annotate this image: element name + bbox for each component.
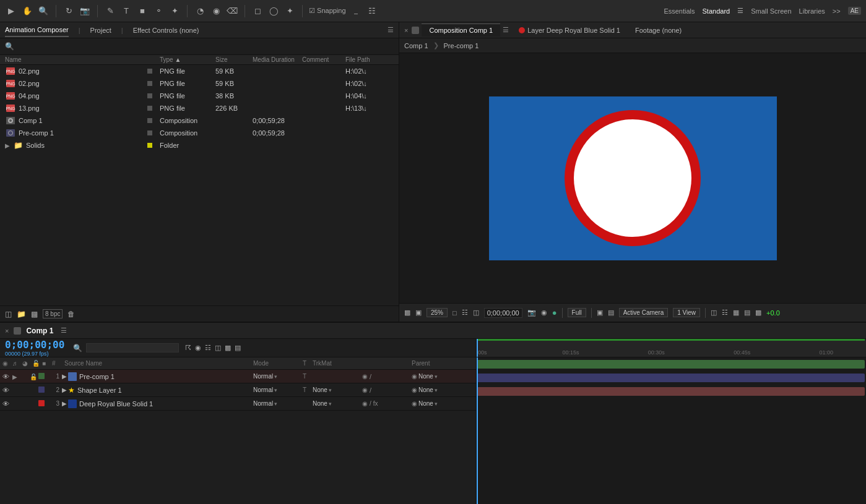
viewer-timecode[interactable]: 0;00;00;00 xyxy=(484,308,522,318)
list-item[interactable]: PNG 04.png PNG file 38 KB H:\04\↓ xyxy=(0,90,399,102)
mask-tool-icon[interactable]: ⚬ xyxy=(152,5,165,17)
trkmat-select-2[interactable]: None xyxy=(313,387,327,393)
parent-link-icon[interactable]: ◉ xyxy=(412,373,417,380)
list-item[interactable]: PNG 02.png PNG file 59 KB H:\02\↓ xyxy=(0,65,399,77)
timeline-options-icon3[interactable]: ☷ xyxy=(205,344,211,352)
camera-snap-icon[interactable]: 📷 xyxy=(527,309,536,317)
layer-visibility-icon[interactable]: 👁 xyxy=(2,373,9,380)
col-header-comment[interactable]: Comment xyxy=(302,56,345,63)
col-header-duration[interactable]: Media Duration xyxy=(253,56,302,63)
parent-select-2[interactable]: None xyxy=(418,387,433,393)
layout-icon4[interactable]: ▤ xyxy=(744,309,750,317)
list-item[interactable]: PNG 13.png PNG file 226 KB H:\13\↓ xyxy=(0,102,399,114)
layer-color-label[interactable] xyxy=(38,373,45,379)
hand-tool-icon[interactable]: ✋ xyxy=(21,5,33,17)
switch-fx[interactable]: / xyxy=(370,400,371,407)
layer-mode-select-2[interactable]: Normal xyxy=(253,387,273,393)
timeline-options-icon1[interactable]: ☈ xyxy=(185,344,191,352)
camera-tool-icon[interactable]: 📷 xyxy=(79,5,91,17)
select-tool-icon[interactable]: ▶ xyxy=(5,5,17,17)
list-item[interactable]: Comp 1 Composition 0;00;59;28 xyxy=(0,114,399,127)
switch-icon-1[interactable]: ◉ xyxy=(362,373,368,380)
parent-select-1[interactable]: None xyxy=(418,373,433,380)
ellipse-tool-icon[interactable]: ◯ xyxy=(267,5,280,17)
layer-expand-icon[interactable]: ▶ xyxy=(62,373,67,380)
puppet-tool-icon[interactable]: ✦ xyxy=(168,5,181,17)
tab-layer-solid[interactable]: Layer Deep Royal Blue Solid 1 xyxy=(511,24,628,36)
rect-tool-icon[interactable]: ◻ xyxy=(251,5,264,17)
timeline-ruler[interactable]: 00s 00:15s 00:30s 00:45s 01:00 xyxy=(477,339,866,357)
align-icon[interactable]: ☷ xyxy=(366,5,378,17)
breadcrumb-precomp1[interactable]: Pre-comp 1 xyxy=(444,42,479,49)
parent-link-icon[interactable]: ◉ xyxy=(412,387,417,393)
switch-icon-1[interactable]: ◉ xyxy=(362,400,368,407)
star-tool-icon[interactable]: ✦ xyxy=(284,5,296,17)
tab-animation-composer[interactable]: Animation Composer xyxy=(5,23,69,37)
new-comp-icon[interactable]: ◫ xyxy=(5,310,12,318)
list-item[interactable]: ▶ 📁 Solids Folder xyxy=(0,139,399,152)
timeline-options-icon6[interactable]: ▤ xyxy=(235,344,241,352)
zoom-selector[interactable]: 25% xyxy=(427,308,448,317)
layer-name-1[interactable]: Pre-comp 1 xyxy=(79,373,253,380)
trkmat-select-3[interactable]: None xyxy=(313,400,327,407)
folder-new-icon[interactable]: 📁 xyxy=(17,310,26,318)
folder-expand-icon[interactable]: ▶ xyxy=(5,142,10,149)
layer-expand-icon[interactable]: ▶ xyxy=(62,400,67,407)
parent-select-3[interactable]: None xyxy=(418,400,433,407)
switch-fx2[interactable]: fx xyxy=(373,400,378,407)
layer-color-label[interactable] xyxy=(38,400,45,406)
color-icon[interactable]: ◉ xyxy=(541,309,547,317)
workspace-small-screen[interactable]: Small Screen xyxy=(751,7,791,15)
layer-color-label[interactable] xyxy=(38,387,45,393)
footage-import-icon[interactable]: ▩ xyxy=(31,310,38,318)
region-icon[interactable]: ◫ xyxy=(473,309,479,317)
lock-icon[interactable]: 🔓 xyxy=(30,374,37,380)
layout-icon5[interactable]: ▩ xyxy=(755,309,761,317)
timeline-close-icon[interactable]: × xyxy=(5,327,9,335)
breadcrumb-comp1[interactable]: Comp 1 xyxy=(404,42,428,49)
layout-icon2[interactable]: ☷ xyxy=(722,309,728,317)
pen-tool-icon[interactable]: ✎ xyxy=(104,5,116,17)
timeline-options-icon5[interactable]: ▩ xyxy=(225,344,231,352)
rotate-tool-icon[interactable]: ↻ xyxy=(63,5,75,17)
parent-link-icon[interactable]: ◉ xyxy=(412,400,417,407)
col-header-filepath[interactable]: File Path xyxy=(345,56,394,63)
switch-icon-1[interactable]: ◉ xyxy=(362,387,368,393)
track-playhead[interactable] xyxy=(477,357,478,504)
timeline-search-input[interactable] xyxy=(86,343,179,352)
workspace-standard[interactable]: Standard xyxy=(703,7,730,15)
layer-name-3[interactable]: Deep Royal Blue Solid 1 xyxy=(79,400,253,408)
viewer-settings-icon[interactable]: ☰ xyxy=(503,26,509,34)
fit-view-icon[interactable]: □ xyxy=(452,309,457,317)
clone-tool-icon[interactable]: ◉ xyxy=(210,5,222,17)
shape-tool-icon[interactable]: ■ xyxy=(136,5,149,17)
layer-mode-select-1[interactable]: Normal xyxy=(253,373,273,380)
col-header-type[interactable]: Type ▲ xyxy=(160,56,215,63)
timeline-options-icon4[interactable]: ◫ xyxy=(215,344,221,352)
panel-menu-icon[interactable]: ☰ xyxy=(388,26,394,34)
layer-expand-icon[interactable]: ▶ xyxy=(62,387,67,393)
workspace-libraries[interactable]: Libraries xyxy=(799,7,825,15)
list-item[interactable]: PNG 02.png PNG file 59 KB H:\02\↓ xyxy=(0,77,399,90)
workspace-more-icon[interactable]: >> xyxy=(833,7,841,15)
layer-visibility-icon[interactable]: 👁 xyxy=(2,400,9,408)
timeline-timecode[interactable]: 0;00;00;00 xyxy=(5,339,64,351)
quality-selector[interactable]: Full xyxy=(568,308,586,317)
active-camera-selector[interactable]: Active Camera xyxy=(619,308,669,317)
viewer-close-icon[interactable]: × xyxy=(404,27,408,34)
col-header-name[interactable]: Name xyxy=(5,56,147,63)
timeline-menu-icon[interactable]: ☰ xyxy=(61,327,67,335)
col-header-size[interactable]: Size xyxy=(215,56,253,63)
timeline-search-icon[interactable]: 🔍 xyxy=(73,344,82,352)
zoom-tool-icon[interactable]: 🔍 xyxy=(37,5,50,17)
audio-icon[interactable]: ▶ xyxy=(12,374,17,380)
layout-icon1[interactable]: ◫ xyxy=(711,309,717,317)
workspace-menu-icon[interactable]: ☰ xyxy=(737,7,743,15)
snap-options-icon[interactable]: ⎯ xyxy=(350,5,362,17)
roto-tool-icon[interactable]: ◔ xyxy=(194,5,206,17)
eraser-tool-icon[interactable]: ⌫ xyxy=(226,5,238,17)
type-sort-icon[interactable]: ▲ xyxy=(175,56,181,63)
delete-icon[interactable]: 🗑 xyxy=(67,310,75,318)
timeline-options-icon2[interactable]: ◉ xyxy=(195,344,201,352)
layout-icon3[interactable]: ▦ xyxy=(733,309,739,317)
